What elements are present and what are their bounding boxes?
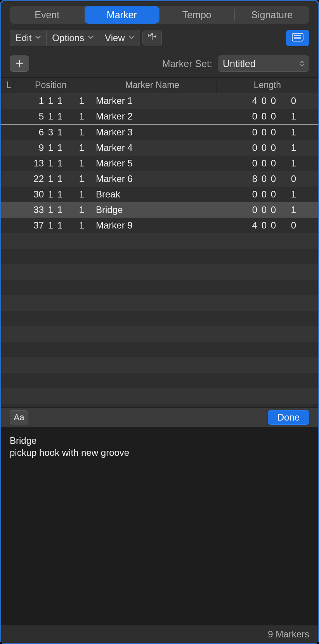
status-text: 9 Markers bbox=[268, 629, 309, 640]
menu-label: View bbox=[105, 33, 125, 43]
empty-row bbox=[1, 357, 318, 373]
svg-point-0 bbox=[151, 33, 153, 35]
status-bar: 9 Markers bbox=[1, 625, 318, 643]
marker-name-cell[interactable]: Marker 3 bbox=[87, 127, 217, 138]
marker-name-cell[interactable]: Bridge bbox=[87, 204, 217, 215]
add-marker-button[interactable] bbox=[10, 55, 29, 72]
position-part: 1 bbox=[53, 95, 62, 106]
length-part: 0 bbox=[267, 127, 276, 138]
position-part: 1 bbox=[53, 142, 62, 153]
column-header-position[interactable]: Position bbox=[14, 80, 88, 90]
table-row[interactable]: 22111Marker 68000 bbox=[1, 171, 318, 187]
position-part: 9 bbox=[28, 142, 44, 153]
catch-icon bbox=[147, 33, 157, 43]
table-row[interactable]: 13111Marker 50001 bbox=[1, 156, 318, 171]
column-header-length[interactable]: Length bbox=[217, 80, 318, 90]
position-part: 13 bbox=[28, 158, 44, 169]
position-part: 3 bbox=[44, 127, 53, 138]
position-part: 1 bbox=[44, 111, 53, 122]
table-row[interactable]: 9111Marker 40001 bbox=[1, 140, 318, 156]
marker-list-window: Event Marker Tempo Signature Edit Option… bbox=[0, 0, 319, 644]
length-part: 0 bbox=[276, 95, 296, 106]
position-cell[interactable]: 33111 bbox=[1, 204, 87, 215]
position-cell[interactable]: 22111 bbox=[1, 173, 87, 184]
table-row[interactable]: 5111Marker 20001 bbox=[1, 109, 318, 124]
marker-name-cell[interactable]: Break bbox=[87, 189, 217, 200]
tab-event[interactable]: Event bbox=[10, 6, 85, 24]
view-menu[interactable]: View bbox=[99, 30, 140, 46]
empty-row bbox=[1, 249, 318, 264]
position-part: 22 bbox=[28, 173, 44, 184]
position-part: 1 bbox=[62, 95, 84, 106]
length-part: 0 bbox=[257, 189, 267, 200]
table-row[interactable]: 1111Marker 14000 bbox=[1, 93, 318, 109]
length-part: 0 bbox=[267, 111, 276, 122]
edit-menu[interactable]: Edit bbox=[10, 30, 46, 46]
length-part: 0 bbox=[248, 127, 257, 138]
done-button[interactable]: Done bbox=[268, 410, 309, 425]
marker-name-cell[interactable]: Marker 5 bbox=[87, 158, 217, 169]
tab-marker[interactable]: Marker bbox=[85, 6, 160, 24]
position-cell[interactable]: 37111 bbox=[1, 220, 87, 231]
length-cell[interactable]: 0001 bbox=[217, 142, 318, 153]
position-cell[interactable]: 1111 bbox=[1, 95, 87, 106]
options-menu[interactable]: Options bbox=[46, 30, 99, 46]
length-part: 0 bbox=[248, 204, 257, 215]
empty-row bbox=[1, 373, 318, 388]
chevron-down-icon bbox=[88, 35, 94, 41]
length-cell[interactable]: 0001 bbox=[217, 111, 318, 122]
length-cell[interactable]: 0001 bbox=[217, 127, 318, 138]
position-part: 1 bbox=[62, 220, 84, 231]
position-cell[interactable]: 5111 bbox=[1, 111, 87, 122]
length-part: 0 bbox=[267, 142, 276, 153]
marker-name-cell[interactable]: Marker 2 bbox=[87, 111, 217, 122]
marker-name-cell[interactable]: Marker 9 bbox=[87, 220, 217, 231]
length-part: 4 bbox=[248, 95, 257, 106]
length-cell[interactable]: 0001 bbox=[217, 204, 318, 215]
toggle-list-panel-button[interactable] bbox=[286, 30, 309, 46]
position-cell[interactable]: 9111 bbox=[1, 142, 87, 153]
table-row[interactable]: 33111Bridge0001 bbox=[1, 202, 318, 218]
marker-name-cell[interactable]: Marker 1 bbox=[87, 95, 217, 106]
font-button[interactable]: Aa bbox=[10, 410, 28, 424]
toolbar: Edit Options View bbox=[1, 28, 318, 50]
position-part: 1 bbox=[53, 189, 62, 200]
length-part: 0 bbox=[248, 111, 257, 122]
position-cell[interactable]: 30111 bbox=[1, 189, 87, 200]
position-part: 1 bbox=[62, 204, 84, 215]
column-header-lock[interactable]: L bbox=[1, 80, 14, 90]
marker-notes-textarea[interactable]: Bridge pickup hook with new groove bbox=[1, 428, 318, 625]
table-row[interactable]: 6311Marker 30001 bbox=[1, 125, 318, 140]
length-part: 0 bbox=[267, 204, 276, 215]
tab-tempo[interactable]: Tempo bbox=[160, 6, 234, 24]
position-part: 1 bbox=[44, 95, 53, 106]
plus-icon bbox=[15, 57, 24, 70]
column-header-marker-name[interactable]: Marker Name bbox=[88, 80, 217, 90]
length-part: 0 bbox=[248, 158, 257, 169]
table-header: L Position Marker Name Length bbox=[1, 78, 318, 93]
length-part: 0 bbox=[248, 189, 257, 200]
position-part: 1 bbox=[44, 173, 53, 184]
length-cell[interactable]: 4000 bbox=[217, 95, 318, 106]
chevron-down-icon bbox=[35, 35, 41, 41]
length-part: 0 bbox=[276, 173, 296, 184]
updown-chevron-icon bbox=[300, 60, 304, 67]
length-cell[interactable]: 4000 bbox=[217, 220, 318, 231]
length-cell[interactable]: 0001 bbox=[217, 158, 318, 169]
table-row[interactable]: 30111Break0001 bbox=[1, 187, 318, 202]
tab-signature[interactable]: Signature bbox=[235, 6, 310, 24]
marker-set-row: Marker Set: Untitled bbox=[1, 50, 318, 77]
marker-name-cell[interactable]: Marker 6 bbox=[87, 173, 217, 184]
marker-name-cell[interactable]: Marker 4 bbox=[87, 142, 217, 153]
length-cell[interactable]: 8000 bbox=[217, 173, 318, 184]
length-part: 0 bbox=[257, 220, 267, 231]
position-part: 1 bbox=[53, 220, 62, 231]
position-cell[interactable]: 6311 bbox=[1, 127, 87, 138]
length-part: 0 bbox=[257, 127, 267, 138]
catch-playhead-button[interactable] bbox=[142, 30, 162, 46]
table-row[interactable]: 37111Marker 94000 bbox=[1, 218, 318, 233]
position-cell[interactable]: 13111 bbox=[1, 158, 87, 169]
length-cell[interactable]: 0001 bbox=[217, 189, 318, 200]
length-part: 1 bbox=[276, 127, 296, 138]
marker-set-select[interactable]: Untitled bbox=[218, 55, 309, 72]
